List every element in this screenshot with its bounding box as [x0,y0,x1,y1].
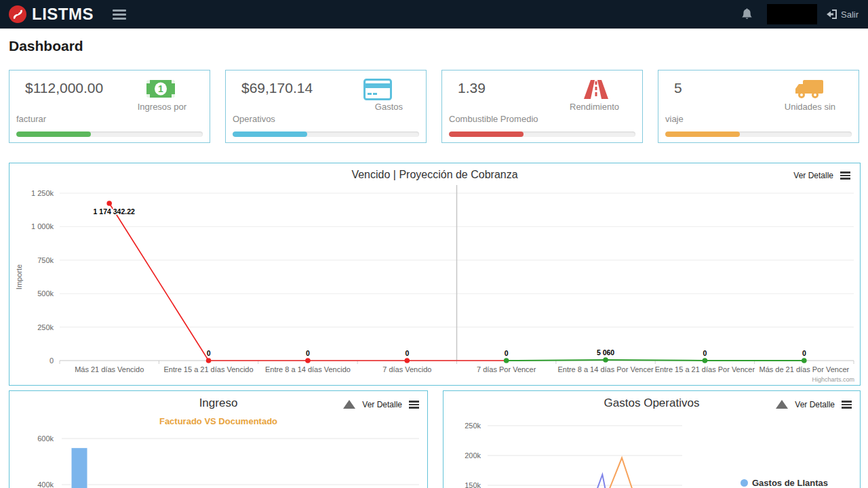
data-point [206,358,212,363]
kpi-card-gastos: $69,170.14 Gastos Operativos [225,70,427,143]
data-label: 0 [207,349,211,357]
highcharts-credit[interactable]: Highcharts.com [812,376,854,383]
data-point [802,358,807,363]
ver-detalle-link[interactable]: Ver Detalle [362,400,402,409]
data-label: 0 [505,349,509,357]
series-line-serie-morada [589,474,610,488]
kpi-value: $112,000.00 [25,80,103,96]
series-line-por-vencer [507,360,804,361]
data-point [405,358,410,363]
kpi-progress-track [16,131,203,137]
data-label: 0 [405,349,409,357]
cobranza-actions[interactable]: Ver Detalle [793,170,850,181]
y-tick-label: 0 [50,357,54,365]
ver-detalle-link[interactable]: Ver Detalle [795,400,835,409]
money-icon: 1 [146,79,176,99]
y-tick-label: 150k [465,481,481,488]
kpi-label-line2: Combustible Promedio [449,114,538,124]
kpi-card-ingresos: $112,000.00 1 Ingresos por facturar [9,70,210,143]
x-category-label: Más 21 días Vencido [75,365,144,373]
y-tick-label: 750k [37,256,54,264]
kpi-value: 5 [674,80,682,96]
kpi-progress-fill [665,131,740,137]
kpi-card-unidades: 5 Unidades sin viaje [658,70,859,143]
data-label: 1 174 342.22 [94,207,135,216]
y-tick-label: 250k [465,422,481,430]
data-label: 0 [802,349,806,357]
kpi-label-line2: viaje [665,114,684,124]
kpi-label-line2: Operativos [233,114,275,124]
kpi-label-line1: Unidades sin [785,102,835,112]
triangle-icon[interactable] [776,400,788,409]
data-point [305,358,311,363]
chart-menu-icon[interactable] [840,170,850,181]
kpi-label-line1: Ingresos por [138,102,186,112]
top-navbar: LISTMS Salir [0,0,868,29]
panel-cobranza: 0250k500k750k1 000k1 250kImporteMás 21 d… [9,163,861,386]
y-axis-title: Importe [15,264,23,289]
x-category-label: Entre 8 a 14 días Por Vencer [557,365,654,373]
triangle-icon[interactable] [343,400,355,409]
bar-facturado [71,448,87,488]
data-label: 0 [306,349,310,357]
kpi-progress-fill [233,131,307,137]
logout-button[interactable]: Salir [827,9,859,20]
kpi-card-rendimiento: 1.39 Rendimiento Combustible Promedio [441,70,643,143]
svg-text:1: 1 [158,83,163,94]
kpi-value: 1.39 [458,80,486,96]
x-category-label: Entre 15 a 21 días Por Vencer [655,365,755,373]
x-category-label: Más de 21 días Por Vencer [759,365,849,373]
kpi-progress-track [449,131,635,137]
ingreso-actions[interactable]: Ver Detalle [343,399,419,410]
ver-detalle-link[interactable]: Ver Detalle [793,171,833,180]
brand-logo-icon [8,5,27,24]
y-tick-label: 1 000k [31,222,54,230]
y-tick-label: 250k [37,323,54,331]
ingreso-chart-subtitle: Facturado VS Documentado [9,416,427,426]
panel-ingreso: 600k400k Ingreso Facturado VS Documentad… [9,390,428,488]
sign-out-icon [827,9,837,19]
logout-label: Salir [841,9,859,20]
legend-item-gastos-llantas[interactable]: Gastos de Llantas [741,478,828,488]
kpi-label-line1: Gastos [375,102,403,112]
data-point [703,358,708,363]
x-category-label: Entre 8 a 14 días Vencido [265,365,351,373]
data-point [603,357,608,363]
kpi-progress-track [665,131,852,137]
gastos-actions[interactable]: Ver Detalle [776,399,852,410]
kpi-card-row: $112,000.00 1 Ingresos por facturar $69,… [9,70,859,143]
y-tick-label: 200k [465,451,481,460]
y-tick-label: 500k [37,289,54,298]
kpi-label-line2: facturar [16,114,46,124]
navbar-right: Salir [741,4,859,24]
kpi-value: $69,170.14 [241,80,313,96]
x-category-label: 7 días Por Vencer [477,365,536,373]
brand-name: LISTMS [32,5,94,24]
cobranza-chart-title: Vencido | Proyección de Cobranza [9,169,860,181]
x-category-label: Entre 15 a 21 días Vencido [164,365,254,373]
chart-menu-icon[interactable] [409,399,419,410]
y-tick-label: 1 250k [31,189,54,197]
bell-icon[interactable] [741,7,753,21]
legend-label: Gastos de Llantas [752,478,828,488]
kpi-progress-fill [449,131,524,137]
user-name-redacted[interactable] [767,4,817,24]
kpi-progress-fill [16,131,91,137]
menu-icon[interactable] [113,7,126,22]
legend-marker-icon [741,479,748,487]
kpi-progress-track [233,131,419,137]
brand[interactable]: LISTMS [8,5,94,24]
y-tick-label: 600k [37,434,54,443]
truck-icon [795,79,825,100]
road-icon [584,79,608,99]
panel-gastos-operativos: 250k200k150k Gastos Operativos Ver Detal… [443,390,861,488]
kpi-label-line1: Rendimiento [570,102,619,112]
x-category-label: 7 días Vencido [382,365,431,373]
data-point [106,201,112,206]
y-tick-label: 400k [37,481,54,488]
page-title: Dashboard [9,38,83,54]
chart-menu-icon[interactable] [842,399,852,410]
credit-card-icon [363,79,392,100]
data-point [504,358,509,363]
cobranza-chart: 0250k500k750k1 000k1 250kImporteMás 21 d… [9,163,859,384]
